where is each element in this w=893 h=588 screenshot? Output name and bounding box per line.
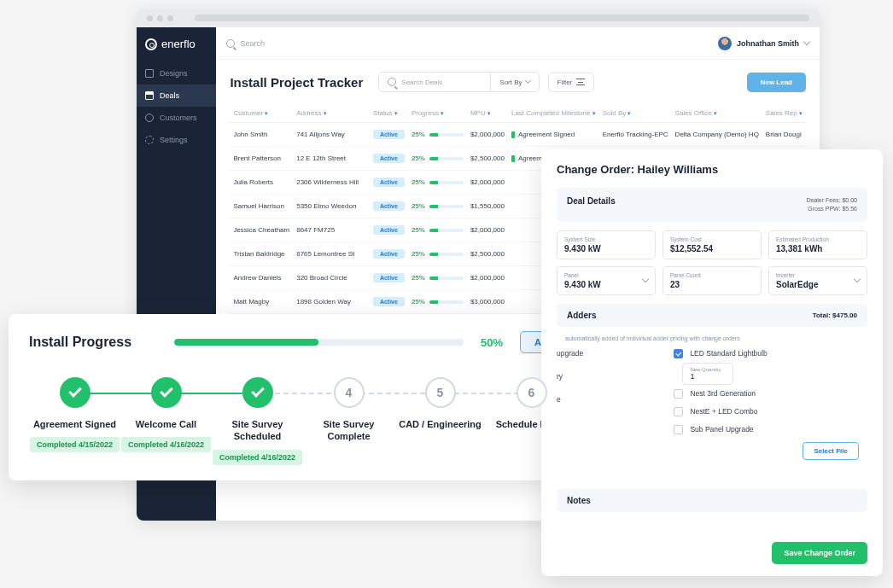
page-title: Install Project Tracker xyxy=(230,75,363,90)
adders-note: automatically added of individual adder … xyxy=(557,332,867,345)
checkbox-icon[interactable] xyxy=(674,389,683,399)
step-date-badge: Completed 4/15/2022 xyxy=(30,437,120,452)
grid-icon xyxy=(145,69,154,78)
chevron-down-icon xyxy=(525,78,531,84)
column-header[interactable]: MPU ▾ xyxy=(467,104,508,123)
inverter-select[interactable]: InverterSolarEdge xyxy=(768,266,867,295)
step-done-icon xyxy=(242,377,273,408)
status-badge: Active xyxy=(373,273,405,282)
notes-label: Notes xyxy=(557,489,867,512)
system-size-card: System Size 9.430 kW xyxy=(557,230,656,259)
column-header[interactable]: Sales Office ▾ xyxy=(672,104,762,123)
change-order-panel: Change Order: Hailey Williams Deal Detai… xyxy=(541,149,883,576)
adder-checkbox-row[interactable]: NestE + LED Combo xyxy=(665,403,867,421)
column-header[interactable]: Address ▾ xyxy=(293,104,370,123)
progress-step: Site Survey ScheduledCompleted 4/16/2022 xyxy=(212,377,303,465)
deal-details-section: Deal Details Dealer Fees: $0.00 Gross PP… xyxy=(557,188,867,222)
step-date-badge: Completed 4/16/2022 xyxy=(121,437,211,452)
brand-icon xyxy=(145,38,157,50)
adder-partial-label: ry xyxy=(557,362,665,391)
search-placeholder: Search xyxy=(240,39,265,48)
step-pending-icon: 6 xyxy=(517,377,547,408)
global-search[interactable]: Search xyxy=(226,39,709,48)
topbar: Search Johnathan Smith xyxy=(216,27,820,60)
traffic-light-max[interactable] xyxy=(167,15,173,21)
adder-checkbox-row[interactable]: Nest 3rd Generation xyxy=(665,385,867,403)
progress-step: Agreement SignedCompleted 4/15/2022 xyxy=(29,377,120,465)
install-progress-title: Install Progress xyxy=(29,335,131,350)
adder-checkbox-row[interactable]: LED Standard Lightbulb xyxy=(665,345,867,363)
status-badge: Active xyxy=(373,297,405,306)
search-icon xyxy=(388,78,396,86)
sidebar-item-settings[interactable]: Settings xyxy=(137,129,216,151)
progress-step: 4Site Survey Complete xyxy=(303,377,394,465)
search-deals-input[interactable]: Search Deals xyxy=(379,73,490,91)
user-menu[interactable]: Johnathan Smith xyxy=(718,37,809,50)
checkbox-icon[interactable] xyxy=(674,407,683,416)
status-badge: Active xyxy=(373,201,405,211)
progress-step: 5CAD / Engineering xyxy=(394,377,486,465)
change-order-title: Change Order: Hailey Williams xyxy=(557,163,867,176)
traffic-light-min[interactable] xyxy=(157,15,163,21)
filter-icon xyxy=(576,79,585,85)
column-header[interactable]: Sold By ▾ xyxy=(599,104,672,123)
step-done-icon xyxy=(151,377,182,408)
progress-step: Welcome CallCompleted 4/16/2022 xyxy=(120,377,212,465)
adder-partial-label: e xyxy=(557,391,665,408)
chevron-down-icon xyxy=(854,276,861,282)
step-pending-icon: 5 xyxy=(425,377,456,408)
new-lead-button[interactable]: New Lead xyxy=(747,73,806,92)
system-cost-card: System Cost $12,552.54 xyxy=(662,230,762,259)
sort-by-dropdown[interactable]: Sort By xyxy=(490,73,538,91)
sidebar-item-customers[interactable]: Customers xyxy=(137,107,216,129)
user-name: Johnathan Smith xyxy=(737,39,799,48)
est-production-card: Estimated Production 13,381 kWh xyxy=(768,230,867,259)
adder-partial-label: upgrade xyxy=(557,345,665,362)
status-badge: Active xyxy=(373,154,405,163)
deal-details-label: Deal Details xyxy=(567,196,616,206)
traffic-light-close[interactable] xyxy=(147,15,153,21)
sidebar-item-designs[interactable]: Designs xyxy=(137,62,216,84)
column-header[interactable]: Last Completed Milestone ▾ xyxy=(508,104,599,123)
url-bar[interactable] xyxy=(195,15,809,21)
search-icon xyxy=(226,39,235,48)
install-progress-card: Install Progress 50% Active Agreement Si… xyxy=(9,314,598,480)
filter-button[interactable]: Filter xyxy=(548,73,595,92)
adder-checkbox-row[interactable]: Sub Panel Upgrade xyxy=(665,421,867,439)
step-connector xyxy=(44,393,562,394)
avatar xyxy=(718,37,732,50)
status-badge: Active xyxy=(373,249,405,259)
column-header[interactable]: Status ▾ xyxy=(370,104,408,123)
chevron-down-icon xyxy=(803,38,810,45)
checkbox-icon[interactable] xyxy=(674,425,683,434)
status-badge: Active xyxy=(373,130,405,139)
save-change-order-button[interactable]: Save Change Order xyxy=(772,542,867,564)
status-badge: Active xyxy=(373,178,405,187)
gear-icon xyxy=(145,136,154,144)
sidebar-item-deals[interactable]: Deals xyxy=(137,84,216,107)
status-badge: Active xyxy=(373,225,405,235)
checkbox-icon[interactable] xyxy=(674,349,683,358)
progress-bar xyxy=(174,339,464,346)
brand-logo: enerflo xyxy=(137,38,216,62)
step-done-icon xyxy=(60,377,90,408)
step-pending-icon: 4 xyxy=(334,377,365,408)
column-header[interactable]: Progress ▾ xyxy=(408,104,467,123)
deals-icon xyxy=(145,91,154,100)
panel-select[interactable]: Panel9.430 kW xyxy=(557,266,656,295)
deal-fees: Dealer Fees: $0.00 Gross PPW: $5.56 xyxy=(806,196,857,213)
page-header: Install Project Tracker Search Deals Sor… xyxy=(216,60,820,104)
column-header[interactable]: Sales Rep ▾ xyxy=(762,104,806,123)
step-date-badge: Completed 4/16/2022 xyxy=(213,450,302,465)
select-file-button[interactable]: Select File xyxy=(803,442,859,460)
progress-percent: 50% xyxy=(481,336,503,349)
table-row[interactable]: John Smith 741 Alijons Way Active 25% $2… xyxy=(230,123,806,147)
adders-header: Adders Total: $475.00 xyxy=(557,304,867,327)
brand-name: enerflo xyxy=(161,38,196,50)
users-icon xyxy=(145,114,154,122)
chevron-down-icon xyxy=(642,276,649,282)
column-header[interactable]: Customer ▾ xyxy=(230,104,293,123)
panel-count-card: Panel Count 23 xyxy=(662,266,762,295)
window-titlebar xyxy=(137,9,820,27)
new-quantity-field[interactable]: New Quantity1 xyxy=(682,363,733,385)
